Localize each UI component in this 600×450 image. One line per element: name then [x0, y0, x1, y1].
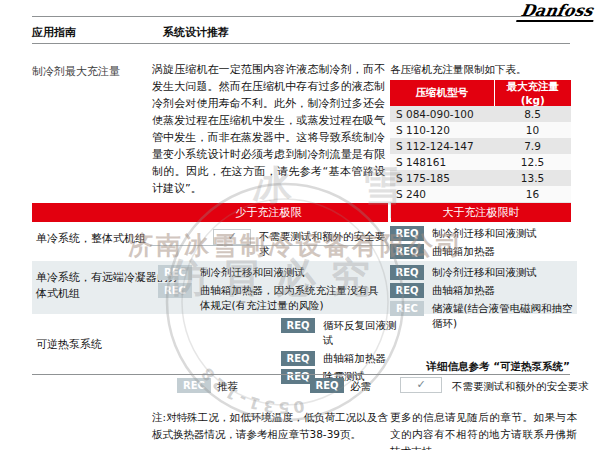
table-header-row: 压缩机型号 最大充注量(kg)	[390, 80, 571, 106]
requirement-item: REC 曲轴箱加热器，因为系统充注量没有具体规定(有充注过量的风险)	[158, 283, 386, 313]
requirement-text: 制冷剂迁移和回液测试	[432, 226, 537, 241]
req-badge: REQ	[310, 378, 344, 393]
row2-below-list: REC 制冷剂迁移和回液测试 REC 曲轴箱加热器，因为系统充注量没有具体规定(…	[158, 265, 386, 316]
charge-cell: 7.9	[494, 138, 571, 154]
model-cell: S 084-090-100	[390, 106, 494, 122]
check-icon: ✓	[213, 229, 251, 245]
header-bottom-rule	[32, 43, 570, 44]
page-title: 系统设计推荐	[163, 25, 229, 40]
requirement-item: REQ 曲轴箱加热器	[281, 351, 401, 366]
requirement-text: 制冷剂迁移和回液测试	[200, 265, 305, 280]
section-bar-below-limit: 少于充注极限	[32, 203, 388, 222]
requirement-item: REQ 循环反复回液测试	[281, 318, 401, 348]
section-bar-label: 少于充注极限	[150, 203, 387, 222]
rec-legend-text: 推荐	[217, 378, 238, 394]
requirement-item: REQ 曲轴箱加热器	[390, 244, 575, 259]
model-cell: S 112-124-147	[390, 138, 494, 154]
document-page: 冰 雪 济南冰雪制冷设备有限公司 仿冒必究 0531-128 Danfoss 应…	[0, 0, 600, 450]
charge-cell: 16	[494, 186, 571, 202]
req-badge: REQ	[390, 265, 424, 280]
table-row: S 084-090-1008.5	[390, 106, 571, 122]
requirement-text: 曲轴箱加热器	[432, 244, 495, 259]
model-cell: S 240	[390, 186, 494, 202]
table-row: S 24016	[390, 186, 571, 202]
charge-limit-table: 压缩机型号 最大充注量(kg) S 084-090-1008.5 S 110-1…	[390, 80, 571, 218]
requirement-item: REQ 制冷剂迁移和回液测试	[390, 265, 578, 280]
model-cell: S 175-185	[390, 170, 494, 186]
footnote-left: 注:对特殊工况，如低环境温度，低负荷工况以及含板式换热器情况，请参考相应章节38…	[152, 409, 388, 443]
topic-heading: 制冷剂最大充注量	[32, 64, 120, 79]
req-badge: REQ	[390, 226, 424, 241]
rec-badge: REC	[158, 265, 192, 280]
section-bar-above-limit: 大于充注极限时	[391, 203, 571, 222]
requirement-item: REQ 制冷剂迁移和回液测试	[390, 226, 575, 241]
doc-type-label: 应用指南	[32, 25, 76, 40]
model-cell: S 148161	[390, 154, 494, 170]
column-header-model: 压缩机型号	[390, 80, 494, 106]
charge-cell: 13.5	[494, 170, 571, 186]
row3-below-list: REQ 循环反复回液测试 REQ 曲轴箱加热器 REQ 除霜测试	[281, 318, 401, 387]
req-badge: REQ	[281, 351, 315, 366]
requirement-item: REC 储液罐(结合液管电磁阀和抽空循环)	[390, 301, 578, 331]
requirement-text: 曲轴箱加热器，因为系统充注量没有具体规定(有充注过量的风险)	[200, 283, 386, 313]
danfoss-logo: Danfoss	[516, 1, 597, 22]
requirement-item: REQ 曲轴箱加热器	[390, 283, 578, 298]
table-row: S 110-12010	[390, 122, 571, 138]
req-legend-text: 必需	[350, 378, 371, 394]
requirement-item: REC 制冷剂迁移和回液测试	[158, 265, 386, 280]
system-row-label: 单冷系统，整体式机组	[36, 231, 146, 247]
charge-cell: 8.5	[494, 106, 571, 122]
column-header-charge: 最大充注量(kg)	[494, 80, 571, 106]
table-row: S 112-124-1477.9	[390, 138, 571, 154]
check-icon: ✓	[400, 377, 442, 393]
charge-cell: 10	[494, 122, 571, 138]
table-row: S 14816112.5	[390, 154, 571, 170]
topic-paragraph: 涡旋压缩机在一定范围内容许液态制冷剂，而不发生大问题。然而在压缩机中存有过多的液…	[152, 61, 385, 197]
row2-above-list: REQ 制冷剂迁移和回液测试 REQ 曲轴箱加热器 REC 储液罐(结合液管电磁…	[390, 265, 578, 334]
charge-cell: 12.5	[494, 154, 571, 170]
requirement-text: 曲轴箱加热器	[323, 351, 386, 366]
requirement-text: 制冷剂迁移和回液测试	[432, 265, 537, 280]
row1-above-list: REQ 制冷剂迁移和回液测试 REQ 曲轴箱加热器	[390, 226, 575, 262]
row-divider	[150, 245, 388, 246]
legend-divider	[32, 374, 570, 375]
system-row-label: 可逆热泵系统	[36, 337, 102, 353]
check-legend-text: 不需要测试和额外的安全要求	[452, 378, 589, 394]
charge-table-caption: 各压缩机充注量限制如下表。	[390, 63, 527, 77]
req-badge: REQ	[390, 244, 424, 259]
rec-badge: REC	[177, 378, 211, 393]
model-cell: S 110-120	[390, 122, 494, 138]
req-badge: REQ	[390, 283, 424, 298]
footnote-right: 更多的信息请见随后的章节。如果与本文的内容有不相符的地方请联系丹佛斯技术支持。	[390, 409, 577, 450]
requirement-item: ✓ 不需要测试和额外的安全要求	[213, 229, 388, 259]
header-top-rule	[32, 16, 570, 17]
rec-badge: REC	[390, 301, 424, 316]
see-details-note: 详细信息参考 “可逆热泵系统”	[427, 360, 570, 374]
requirement-text: 不需要测试和额外的安全要求	[259, 229, 388, 259]
requirement-text: 循环反复回液测试	[323, 318, 401, 348]
req-badge: REQ	[281, 318, 315, 333]
requirement-text: 曲轴箱加热器	[432, 283, 495, 298]
requirement-text: 储液罐(结合液管电磁阀和抽空循环)	[432, 301, 578, 331]
rec-badge: REC	[158, 283, 192, 298]
table-row: S 175-18513.5	[390, 170, 571, 186]
